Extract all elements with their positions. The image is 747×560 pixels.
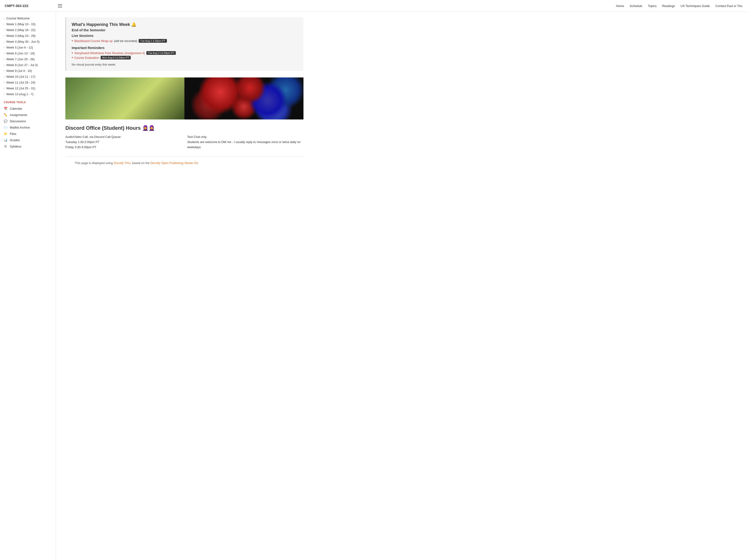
- nav-link[interactable]: Topics: [648, 4, 656, 8]
- hamburger-line: [58, 6, 62, 6]
- tool-label: Files: [10, 132, 16, 136]
- sidebar-item-label: Week 2 (May 16 - 22): [6, 28, 35, 32]
- tool-icon: ✏️: [4, 113, 7, 117]
- reminder-item: • Storyboard Wireframe Peer Reviews (Ass…: [72, 51, 298, 55]
- discord-title: Discord Office (Student) Hours 🧕🧕: [66, 125, 304, 131]
- sidebar-nav-item[interactable]: ›Week 12 (Jul 25 - 31): [0, 85, 56, 91]
- sidebar-nav-item[interactable]: ›Week 11 (Jul 18 - 24): [0, 80, 56, 85]
- happening-subtitle: End of the Semester: [72, 28, 298, 32]
- sidebar-nav-item[interactable]: ›Week 5 (Jun 6 - 12): [0, 45, 56, 50]
- text-desc: Students are welcome to DM me - I usuall…: [187, 139, 304, 150]
- chevron-icon: ›: [4, 64, 4, 66]
- sidebar-item-label: Week 3 (May 23 - 29): [6, 34, 35, 37]
- chevron-icon: ›: [4, 34, 4, 37]
- sidebar-tool-files[interactable]: 📁Files: [0, 131, 56, 137]
- reminder-badge: Tue Aug 2 11:59pm PT: [146, 51, 176, 55]
- reminder-link[interactable]: Storyboard Wireframe Peer Reviews (Assig…: [75, 51, 145, 55]
- sidebar-item-label: Week 5 (Jun 6 - 12): [6, 46, 33, 49]
- sidebar-nav-item[interactable]: ›Week 2 (May 16 - 22): [0, 27, 56, 33]
- nav-logo: CMPT-363-222: [5, 4, 61, 8]
- sidebar-nav-item[interactable]: ›Week 1 (May 10 - 15): [0, 21, 56, 27]
- sidebar-nav-item[interactable]: ›Course Welcome: [0, 16, 56, 21]
- sidebar-nav-item[interactable]: ›Week 4 (May 30 - Jun 5): [0, 39, 56, 45]
- chevron-icon: ›: [4, 93, 4, 96]
- chevron-icon: ›: [4, 17, 4, 20]
- sidebar-nav-item[interactable]: ›Week 9 (Jul 4 - 10): [0, 68, 56, 74]
- sidebar-tool-assignments[interactable]: ✏️Assignments: [0, 112, 56, 118]
- sidebar-tool-maillist-archive[interactable]: ✉️Maillist Archive: [0, 124, 56, 131]
- reminder-link[interactable]: Course Evaluation: [75, 56, 99, 59]
- sidebar-tools-heading: COURSE TOOLS: [0, 97, 56, 105]
- sidebar: ›Course Welcome›Week 1 (May 10 - 15)›Wee…: [0, 12, 56, 560]
- sidebar-item-label: Week 11 (Jul 18 - 24): [6, 81, 35, 84]
- bullet-dot: •: [72, 51, 73, 55]
- av-label: Audio/Video Call, via Discord Call Queue…: [66, 134, 182, 139]
- sidebar-item-label: Week 12 (Jul 25 - 31): [6, 86, 35, 90]
- live-sessions-list: • Blackboard Course Wrap-up (will be rec…: [72, 39, 298, 43]
- image-left: [66, 77, 184, 119]
- happening-title: What's Happening This Week 🔔: [72, 22, 298, 27]
- tool-label: Assignments: [10, 113, 27, 117]
- tool-icon: ✉️: [4, 126, 7, 129]
- sidebar-nav-item[interactable]: ›Week 6 (Jun 13 - 19): [0, 50, 56, 56]
- live-session-link[interactable]: Blackboard Course Wrap-up: [75, 39, 113, 43]
- reminder-item: • Course Evaluation Mon Aug 8 11:59pm PT: [72, 56, 298, 59]
- sidebar-tool-syllabus[interactable]: ☰Syllabus: [0, 143, 56, 150]
- reminders-heading: Important Reminders: [72, 46, 298, 50]
- chevron-icon: ›: [4, 75, 4, 78]
- sidebar-item-label: Week 7 (Jun 20 - 26): [6, 57, 34, 61]
- image-right: [184, 77, 304, 119]
- image-right-overlay: [184, 77, 304, 119]
- footer-link2[interactable]: Docsify Open Publishing Starter Kit: [150, 161, 198, 165]
- reminders-list: • Storyboard Wireframe Peer Reviews (Ass…: [72, 51, 298, 59]
- sidebar-tool-discussions[interactable]: 💬Discussions: [0, 118, 56, 124]
- sidebar-nav-item[interactable]: ›Week 8 (Jun 27 - Jul 3): [0, 62, 56, 68]
- page-footer: This page is displayed using Docsify-Thi…: [66, 156, 304, 169]
- nav-link[interactable]: Schedule: [629, 4, 642, 8]
- sidebar-nav-item[interactable]: ›Week 7 (Jun 20 - 26): [0, 56, 56, 62]
- sidebar-tool-grades[interactable]: 📊Grades: [0, 137, 56, 143]
- discord-av-col: Audio/Video Call, via Discord Call Queue…: [66, 134, 182, 150]
- no-journal-text: No visual journal entry this week.: [72, 63, 298, 66]
- tool-icon: 📁: [4, 132, 7, 136]
- live-session-badge: Tue Aug 2 2:30pm PT: [139, 39, 167, 43]
- nav-link[interactable]: Home: [616, 4, 624, 8]
- sidebar-tool-calendar[interactable]: 📅Calendar: [0, 105, 56, 112]
- footer-suffix: .: [198, 161, 199, 165]
- live-sessions-heading: Live Sessions: [72, 34, 298, 37]
- nav-link[interactable]: Contact Paul or TAs: [716, 4, 742, 8]
- chevron-icon: ›: [4, 29, 4, 31]
- sidebar-item-label: Week 8 (Jun 27 - Jul 3): [6, 63, 37, 67]
- course-image: [66, 77, 304, 119]
- footer-link1[interactable]: Docsify-This: [114, 161, 130, 165]
- footer-middle: , based on the: [130, 161, 150, 165]
- bullet-dot: •: [72, 39, 73, 43]
- footer-prefix: This page is displayed using: [75, 161, 114, 165]
- happening-box: What's Happening This Week 🔔 End of the …: [66, 17, 304, 71]
- chevron-icon: ›: [4, 52, 4, 55]
- discord-section: Discord Office (Student) Hours 🧕🧕 Audio/…: [66, 125, 304, 150]
- nav-link[interactable]: Readings: [662, 4, 675, 8]
- sidebar-nav-item[interactable]: ›Week 3 (May 23 - 29): [0, 33, 56, 39]
- nav-link[interactable]: UX Techniques Guide: [680, 4, 710, 8]
- tool-icon: 💬: [4, 119, 7, 123]
- sidebar-nav-item[interactable]: ›Week 10 (Jul 11 - 17): [0, 74, 56, 80]
- av-time-2: Friday 3:30-4:00pm PT: [66, 145, 182, 150]
- tool-icon: 📅: [4, 107, 7, 110]
- sidebar-nav-item[interactable]: ›Week 13 (Aug 1 - 7): [0, 91, 56, 97]
- av-time-1: Tuesday 1:30-2:00pm PT: [66, 139, 182, 145]
- chevron-icon: ›: [4, 81, 4, 84]
- chevron-icon: ›: [4, 41, 4, 43]
- chevron-icon: ›: [4, 46, 4, 49]
- discord-text-col: Text Chat only: Students are welcome to …: [187, 134, 304, 150]
- sidebar-item-label: Week 6 (Jun 13 - 19): [6, 52, 34, 55]
- tool-label: Calendar: [10, 107, 22, 110]
- bullet-dot: •: [72, 56, 73, 59]
- hamburger-line: [58, 7, 62, 7]
- hamburger-button[interactable]: [56, 3, 64, 9]
- reminder-badge: Mon Aug 8 11:59pm PT: [101, 56, 131, 59]
- discord-grid: Audio/Video Call, via Discord Call Queue…: [66, 134, 304, 150]
- sidebar-item-label: Course Welcome: [6, 17, 29, 20]
- tool-label: Maillist Archive: [10, 126, 30, 129]
- sidebar-item-label: Week 9 (Jul 4 - 10): [6, 69, 32, 73]
